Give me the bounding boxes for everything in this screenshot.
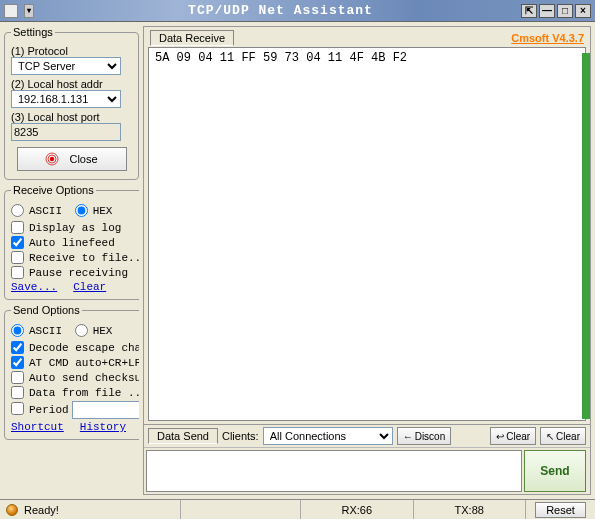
- display-log-check[interactable]: Display as log: [11, 221, 139, 234]
- clear-send-button[interactable]: ↖Clear: [540, 427, 586, 445]
- send-textarea[interactable]: [146, 450, 522, 492]
- host-select[interactable]: 192.168.1.131: [11, 90, 121, 108]
- period-label: Period: [29, 404, 69, 416]
- receive-to-file-check[interactable]: Receive to file...: [11, 251, 139, 264]
- recv-legend: Receive Options: [11, 184, 96, 196]
- data-send-tab[interactable]: Data Send: [148, 428, 218, 444]
- period-input[interactable]: [72, 401, 139, 419]
- shortcut-link[interactable]: Shortcut: [11, 421, 64, 433]
- clients-select[interactable]: All Connections: [263, 427, 393, 445]
- history-link[interactable]: History: [80, 421, 126, 433]
- right-panel: Data Receive Cmsoft V4.3.7 5A 09 04 11 F…: [143, 26, 591, 495]
- recv-clear-link[interactable]: Clear: [73, 281, 106, 293]
- status-tx: TX:88: [413, 500, 526, 519]
- data-receive-tab[interactable]: Data Receive: [150, 30, 234, 46]
- reset-button[interactable]: Reset: [535, 502, 586, 518]
- receive-options-group: Receive Options ASCII HEX Display as log…: [4, 184, 139, 300]
- pin-icon[interactable]: ⇱: [521, 4, 537, 18]
- close-connection-button[interactable]: Close: [17, 147, 127, 171]
- app-icon: [4, 4, 18, 18]
- svg-point-2: [50, 157, 54, 161]
- send-hex-radio[interactable]: HEX: [75, 324, 113, 337]
- brand-link[interactable]: Cmsoft V4.3.7: [511, 32, 584, 44]
- return-icon: ↩: [496, 431, 504, 442]
- decode-escape-check[interactable]: Decode escape char: [11, 341, 139, 354]
- status-rx: RX:66: [300, 500, 413, 519]
- status-icon: [6, 504, 18, 516]
- disconnect-button[interactable]: ←Discon: [397, 427, 452, 445]
- period-check[interactable]: [11, 402, 26, 418]
- maximize-button[interactable]: □: [557, 4, 573, 18]
- titlebar: ▾ TCP/UDP Net Assistant ⇱ — □ ×: [0, 0, 595, 22]
- port-label: (3) Local host port: [11, 111, 132, 123]
- sysmenu-dropdown[interactable]: ▾: [24, 4, 34, 18]
- arrow-left-icon: ←: [403, 431, 413, 442]
- clear-recv-button[interactable]: ↩Clear: [490, 427, 536, 445]
- recv-save-link[interactable]: Save...: [11, 281, 57, 293]
- protocol-label: (1) Protocol: [11, 45, 132, 57]
- pause-receiving-check[interactable]: Pause receiving: [11, 266, 139, 279]
- auto-checksum-check[interactable]: Auto send checksum: [11, 371, 139, 384]
- clients-label: Clients:: [222, 430, 259, 442]
- protocol-select[interactable]: TCP Server: [11, 57, 121, 75]
- send-legend: Send Options: [11, 304, 82, 316]
- port-input[interactable]: [11, 123, 121, 141]
- recv-ascii-radio[interactable]: ASCII: [11, 204, 62, 217]
- statusbar: Ready! RX:66 TX:88 Reset: [0, 499, 595, 519]
- status-ready: Ready!: [24, 504, 59, 516]
- send-ascii-radio[interactable]: ASCII: [11, 324, 62, 337]
- settings-legend: Settings: [11, 26, 55, 38]
- minimize-button[interactable]: —: [539, 4, 555, 18]
- auto-linefeed-check[interactable]: Auto linefeed: [11, 236, 139, 249]
- close-window-button[interactable]: ×: [575, 4, 591, 18]
- window-title: TCP/UDP Net Assistant: [40, 3, 521, 18]
- settings-group: Settings (1) Protocol TCP Server (2) Loc…: [4, 26, 139, 180]
- close-button-label: Close: [69, 153, 97, 165]
- data-from-file-check[interactable]: Data from file ...: [11, 386, 139, 399]
- send-button[interactable]: Send: [524, 450, 586, 492]
- recv-hex-radio[interactable]: HEX: [75, 204, 113, 217]
- up-left-icon: ↖: [546, 431, 554, 442]
- left-panel: Settings (1) Protocol TCP Server (2) Loc…: [4, 26, 139, 495]
- receive-textarea[interactable]: 5A 09 04 11 FF 59 73 04 11 4F 4B F2: [148, 47, 586, 421]
- record-icon: [45, 152, 59, 166]
- atcmd-check[interactable]: AT CMD auto+CR+LF: [11, 356, 139, 369]
- send-options-group: Send Options ASCII HEX Decode escape cha…: [4, 304, 139, 440]
- receive-scrollbar[interactable]: [582, 53, 590, 419]
- host-label: (2) Local host addr: [11, 78, 132, 90]
